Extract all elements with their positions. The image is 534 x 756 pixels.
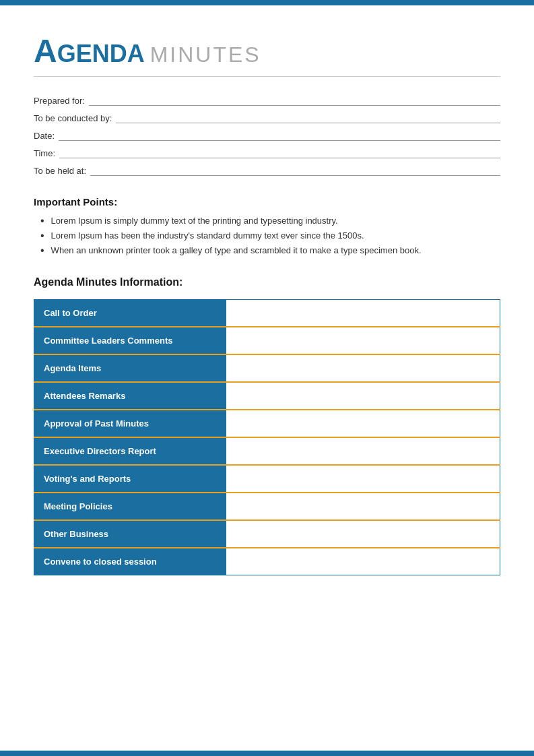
agenda-row-content[interactable] [226, 465, 500, 493]
agenda-row-label: Agenda Items [34, 354, 226, 382]
agenda-row-content[interactable] [226, 300, 500, 327]
agenda-row-content[interactable] [226, 493, 500, 520]
agenda-row-label: Other Business [34, 520, 226, 548]
prepared-for-line [89, 94, 500, 106]
form-section: Prepared for: To be conducted by: Date: … [34, 94, 500, 176]
title-divider [34, 76, 500, 77]
list-item: Lorem Ipsum is simply dummy text of the … [40, 216, 500, 226]
agenda-row-label: Approval of Past Minutes [34, 410, 226, 437]
agenda-row-content[interactable] [226, 327, 500, 354]
important-points-list: Lorem Ipsum is simply dummy text of the … [34, 216, 500, 256]
page-title: AGENDAMINUTES [34, 32, 500, 69]
form-row-prepared: Prepared for: [34, 94, 500, 106]
main-content: AGENDAMINUTES Prepared for: To be conduc… [0, 5, 534, 616]
form-row-date: Date: [34, 129, 500, 141]
held-at-line [90, 164, 500, 176]
table-row: Executive Directors Report [34, 437, 500, 465]
top-bar [0, 0, 534, 5]
table-row: Approval of Past Minutes [34, 410, 500, 437]
form-row-conducted: To be conducted by: [34, 111, 500, 123]
list-item: Lorem Ipsum has been the industry's stan… [40, 230, 500, 241]
table-row: Committee Leaders Comments [34, 327, 500, 354]
bottom-bar [0, 751, 534, 756]
agenda-row-label: Convene to closed session [34, 548, 226, 575]
time-line [59, 146, 500, 158]
table-row: Agenda Items [34, 354, 500, 382]
date-label: Date: [34, 131, 55, 141]
table-row: Call to Order [34, 300, 500, 327]
agenda-row-label: Executive Directors Report [34, 437, 226, 465]
list-item: When an unknown printer took a galley of… [40, 245, 500, 256]
form-row-held-at: To be held at: [34, 164, 500, 176]
title-minutes: MINUTES [150, 42, 261, 67]
table-row: Meeting Policies [34, 493, 500, 520]
agenda-row-content[interactable] [226, 354, 500, 382]
title-section: AGENDAMINUTES [34, 32, 500, 69]
agenda-row-label: Meeting Policies [34, 493, 226, 520]
agenda-info-heading: Agenda Minutes Information: [34, 276, 500, 288]
form-row-time: Time: [34, 146, 500, 158]
agenda-row-content[interactable] [226, 410, 500, 437]
agenda-row-content[interactable] [226, 520, 500, 548]
date-line [59, 129, 500, 141]
table-row: Attendees Remarks [34, 382, 500, 410]
agenda-row-content[interactable] [226, 382, 500, 410]
important-points-section: Important Points: Lorem Ipsum is simply … [34, 196, 500, 256]
table-row: Other Business [34, 520, 500, 548]
table-row: Voting's and Reports [34, 465, 500, 493]
title-letter-a: A [34, 33, 57, 69]
prepared-for-label: Prepared for: [34, 96, 85, 106]
agenda-row-label: Committee Leaders Comments [34, 327, 226, 354]
held-at-label: To be held at: [34, 166, 86, 176]
important-points-heading: Important Points: [34, 196, 500, 208]
agenda-table: Call to OrderCommittee Leaders CommentsA… [34, 299, 500, 575]
title-agenda-rest: GENDA [57, 40, 145, 67]
table-row: Convene to closed session [34, 548, 500, 575]
agenda-row-content[interactable] [226, 437, 500, 465]
time-label: Time: [34, 148, 55, 158]
agenda-row-label: Voting's and Reports [34, 465, 226, 493]
agenda-row-content[interactable] [226, 548, 500, 575]
agenda-row-label: Attendees Remarks [34, 382, 226, 410]
agenda-info-section: Agenda Minutes Information: Call to Orde… [34, 276, 500, 575]
conducted-by-line [116, 111, 500, 123]
conducted-by-label: To be conducted by: [34, 113, 112, 123]
agenda-row-label: Call to Order [34, 300, 226, 327]
